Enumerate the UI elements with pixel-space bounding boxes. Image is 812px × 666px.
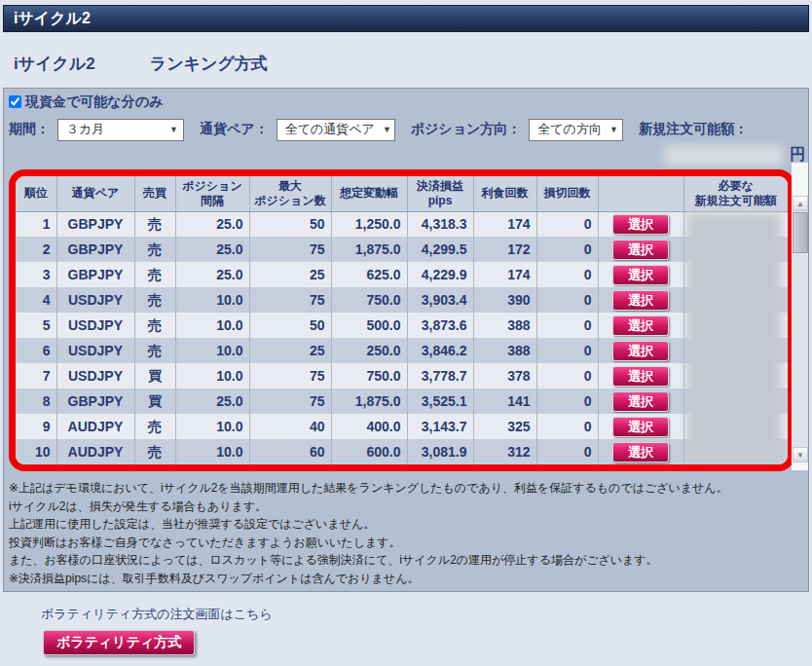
scroll-down-button[interactable]: ▼ bbox=[793, 447, 808, 462]
stop-loss-cell: 0 bbox=[536, 211, 598, 237]
bottom-area: ボラティリティ方式の注文画面はこちら ボラティリティ方式 bbox=[0, 606, 812, 655]
scroll-up-button[interactable]: ▲ bbox=[793, 196, 808, 211]
pips-cell: 4,229.9 bbox=[407, 262, 473, 287]
max-positions-cell: 40 bbox=[249, 414, 331, 439]
range-cell: 400.0 bbox=[331, 414, 407, 439]
interval-cell: 25.0 bbox=[175, 262, 249, 287]
take-profit-cell: 325 bbox=[473, 414, 536, 439]
take-profit-cell: 312 bbox=[473, 439, 536, 464]
pair-cell: GBPJPY bbox=[56, 237, 134, 262]
rank-cell: 10 bbox=[16, 439, 56, 464]
side-cell: 買 bbox=[134, 388, 175, 414]
ranking-table: 順位 通貨ペア 売買 ポジション 間隔 最大 ポジション数 想定変動幅 決済損益… bbox=[16, 176, 788, 464]
take-profit-cell: 390 bbox=[473, 287, 536, 313]
take-profit-cell: 388 bbox=[473, 313, 536, 338]
select-cell: 選択 bbox=[598, 363, 683, 388]
select-cell: 選択 bbox=[598, 262, 683, 287]
filter-row: 期間： ３カ月 ▼ 通貨ペア： 全ての通貨ペア ▼ ポジション方向： 全ての方向… bbox=[4, 117, 808, 142]
interval-cell: 10.0 bbox=[175, 414, 249, 439]
select-button[interactable]: 選択 bbox=[612, 214, 669, 235]
max-positions-cell: 75 bbox=[249, 237, 331, 262]
pair-cell: USDJPY bbox=[56, 338, 134, 363]
direction-select[interactable]: 全ての方向 ▼ bbox=[529, 119, 623, 141]
pips-cell: 3,873.6 bbox=[407, 313, 473, 338]
select-button[interactable]: 選択 bbox=[612, 417, 669, 437]
volatility-link[interactable]: ボラティリティ方式の注文画面はこちら bbox=[41, 606, 273, 623]
amount-label: 新規注文可能額： bbox=[639, 121, 748, 138]
col-take-profit: 利食回数 bbox=[473, 176, 536, 211]
required-amount-redacted bbox=[686, 213, 782, 461]
chevron-down-icon: ▼ bbox=[609, 125, 618, 134]
side-cell: 売 bbox=[134, 287, 175, 313]
take-profit-cell: 378 bbox=[473, 363, 536, 388]
col-required-amount: 必要な 新規注文可能額 bbox=[683, 176, 788, 211]
take-profit-cell: 174 bbox=[473, 211, 536, 237]
pair-cell: GBPJPY bbox=[56, 262, 134, 287]
rank-cell: 1 bbox=[16, 211, 56, 237]
range-cell: 600.0 bbox=[331, 439, 407, 464]
select-button[interactable]: 選択 bbox=[612, 442, 669, 462]
stop-loss-cell: 0 bbox=[536, 363, 598, 388]
window-titlebar: iサイクル2 bbox=[3, 5, 809, 32]
period-select[interactable]: ３カ月 ▼ bbox=[57, 119, 184, 141]
range-cell: 750.0 bbox=[331, 287, 407, 313]
select-button[interactable]: 選択 bbox=[612, 265, 669, 285]
volatility-button[interactable]: ボラティリティ方式 bbox=[43, 630, 195, 655]
max-positions-cell: 50 bbox=[249, 211, 331, 237]
select-cell: 選択 bbox=[598, 338, 683, 363]
select-cell: 選択 bbox=[598, 439, 683, 464]
stop-loss-cell: 0 bbox=[536, 287, 598, 313]
col-stop-loss: 損切回数 bbox=[536, 176, 598, 211]
range-cell: 1,875.0 bbox=[331, 388, 407, 414]
interval-cell: 10.0 bbox=[175, 313, 249, 338]
stop-loss-cell: 0 bbox=[536, 388, 598, 414]
tab-bar: iサイクル2ランキング方式 bbox=[14, 53, 812, 75]
scroll-track[interactable] bbox=[793, 253, 808, 447]
chevron-down-icon: ▼ bbox=[383, 125, 391, 134]
table-row: 3 GBPJPY 売 25.0 25 625.0 4,229.9 174 0 選… bbox=[16, 262, 788, 287]
side-cell: 売 bbox=[134, 414, 175, 439]
select-button[interactable]: 選択 bbox=[612, 341, 669, 361]
range-cell: 625.0 bbox=[331, 262, 407, 287]
disclaimer-notes: ※上記はデモ環境において、iサイクル2を当該期間運用した結果をランキングしたもの… bbox=[9, 479, 808, 587]
table-row: 8 GBPJPY 買 25.0 75 1,875.0 3,525.1 141 0… bbox=[16, 388, 788, 414]
side-cell: 売 bbox=[134, 211, 175, 237]
cash-only-checkbox[interactable] bbox=[9, 95, 21, 108]
interval-cell: 10.0 bbox=[175, 287, 249, 313]
disclaimer-note: また、お客様の口座状況によっては、ロスカット等による強制決済にて、iサイクル2の… bbox=[9, 551, 808, 570]
table-row: 4 USDJPY 売 10.0 75 750.0 3,903.4 390 0 選… bbox=[16, 287, 788, 313]
period-select-value: ３カ月 bbox=[66, 121, 104, 138]
rank-cell: 6 bbox=[16, 338, 56, 363]
select-button[interactable]: 選択 bbox=[612, 315, 669, 336]
pair-cell: GBPJPY bbox=[56, 211, 134, 237]
take-profit-cell: 141 bbox=[473, 388, 536, 414]
pair-cell: AUDJPY bbox=[56, 439, 134, 464]
col-rank: 順位 bbox=[16, 176, 56, 211]
scroll-thumb[interactable] bbox=[793, 212, 808, 253]
select-button[interactable]: 選択 bbox=[612, 391, 669, 412]
select-button[interactable]: 選択 bbox=[612, 290, 669, 311]
col-max-positions: 最大 ポジション数 bbox=[249, 176, 331, 211]
interval-cell: 25.0 bbox=[175, 211, 249, 237]
vertical-scrollbar[interactable]: ▲ ▼ bbox=[793, 196, 808, 462]
select-cell: 選択 bbox=[598, 414, 683, 439]
max-positions-cell: 75 bbox=[249, 287, 331, 313]
side-cell: 売 bbox=[134, 237, 175, 262]
tab-icycle2[interactable]: iサイクル2 bbox=[14, 55, 95, 73]
range-cell: 500.0 bbox=[331, 313, 407, 338]
stop-loss-cell: 0 bbox=[536, 237, 598, 262]
table-row: 9 AUDJPY 売 10.0 40 400.0 3,143.7 325 0 選… bbox=[16, 414, 788, 439]
tab-ranking[interactable]: ランキング方式 bbox=[150, 55, 268, 73]
ranking-table-header: 順位 通貨ペア 売買 ポジション 間隔 最大 ポジション数 想定変動幅 決済損益… bbox=[16, 176, 788, 211]
direction-label: ポジション方向： bbox=[411, 121, 522, 138]
scroll-up-icon: ▲ bbox=[796, 200, 804, 208]
select-button[interactable]: 選択 bbox=[612, 366, 669, 387]
ranking-table-body: 1 GBPJPY 売 25.0 50 1,250.0 4,318.3 174 0… bbox=[16, 211, 788, 464]
pair-select[interactable]: 全ての通貨ペア ▼ bbox=[277, 119, 395, 141]
side-cell: 売 bbox=[134, 338, 175, 363]
table-row: 10 AUDJPY 売 10.0 60 600.0 3,081.9 312 0 … bbox=[16, 439, 788, 464]
col-pair: 通貨ペア bbox=[56, 176, 134, 211]
select-button[interactable]: 選択 bbox=[612, 240, 669, 260]
max-positions-cell: 60 bbox=[249, 439, 331, 464]
col-pips: 決済損益 pips bbox=[407, 176, 473, 211]
